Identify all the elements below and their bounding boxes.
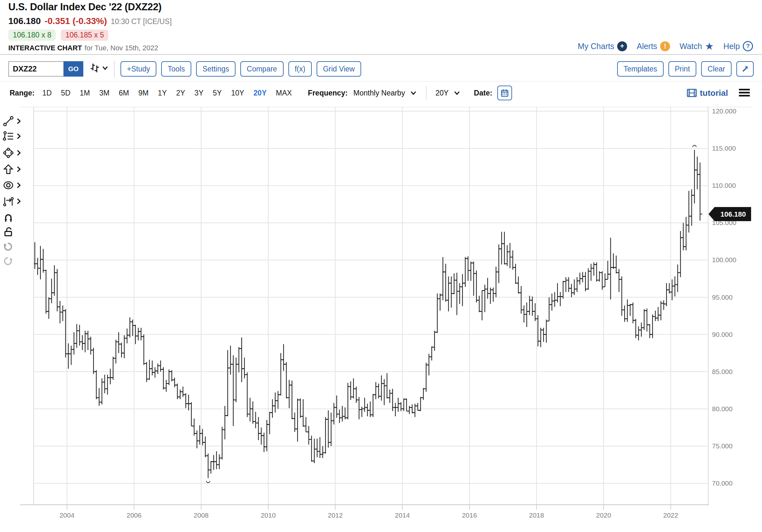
print-button[interactable]: Print [668,61,696,77]
svg-text:120.000: 120.000 [712,107,736,115]
grid-view-button[interactable]: Grid View [317,61,361,77]
range-divider [426,86,426,100]
frequency-label: Frequency: [308,89,348,98]
help-link[interactable]: Help ? [724,41,753,51]
tutorial-link[interactable]: tutorial [687,88,728,98]
svg-text:2004: 2004 [60,511,75,519]
svg-text:95.000: 95.000 [712,294,732,301]
range-bar: Range: 1D5D1M3M6M9M1Y2Y3Y5Y10Y20YMAX Fre… [0,83,762,103]
expand-button[interactable] [736,61,754,77]
toolbar-right-buttons: TemplatesPrintClear [617,61,731,77]
last-price-flag: 106.180 [709,207,751,221]
menu-button[interactable] [738,88,750,98]
watch-label: Watch [680,42,702,51]
undo-icon [3,241,14,252]
question-icon: ? [743,41,753,51]
unlock-tool[interactable] [3,226,24,238]
symbol-search-group: GO [8,61,83,77]
chevron-right-icon [17,150,21,156]
chevron-down-icon [102,65,108,70]
frequency-value: Monthly Nearby [353,89,405,98]
plus-circle-icon: + [617,41,627,51]
range-option-3m[interactable]: 3M [99,89,110,98]
magnet-tool[interactable] [3,212,24,224]
range-option-1d[interactable]: 1D [42,89,51,98]
frequency-select[interactable]: Monthly Nearby [353,89,417,98]
symbol-input[interactable] [8,61,63,77]
clear-button[interactable]: Clear [701,61,731,77]
chevron-down-icon [410,90,417,96]
ask-quote: 106.185 x 5 [61,30,108,41]
header-links: My Charts + Alerts ! Watch ★ Help ? [578,41,753,51]
settings-button[interactable]: Settings [196,61,236,77]
date-label: Date: [474,89,493,98]
svg-text:110.000: 110.000 [712,182,736,189]
period-select[interactable]: 20Y [435,89,460,98]
chart-toolbar: GO +StudyToolsSettingsComparef(x)Grid Vi… [0,58,762,79]
svg-text:80.000: 80.000 [712,405,732,413]
shapes-tool[interactable] [3,147,24,159]
templates-button[interactable]: Templates [617,61,664,77]
svg-text:115.000: 115.000 [712,145,736,152]
annotation-list-tool[interactable] [3,130,24,142]
divider [0,54,762,55]
grid [20,107,752,509]
tools-button[interactable]: Tools [161,61,191,77]
section-label: INTERACTIVE CHART [8,44,82,52]
trendline-tool[interactable] [3,115,24,127]
range-option-20y[interactable]: 20Y [254,89,267,98]
go-button[interactable]: GO [63,61,83,77]
undo-button[interactable] [3,241,24,252]
unlock-icon [3,226,14,238]
svg-text:2018: 2018 [529,511,544,519]
help-label: Help [724,42,740,51]
svg-text:2020: 2020 [596,511,611,519]
f-x-button[interactable]: f(x) [288,61,312,77]
watch-link[interactable]: Watch ★ [680,41,714,51]
film-icon [687,89,697,98]
range-option-10y[interactable]: 10Y [231,89,244,98]
bid-ask-row: 106.180 x 8 106.185 x 5 [8,30,108,41]
svg-text:2008: 2008 [193,511,209,519]
toolbar-buttons: +StudyToolsSettingsComparef(x)Grid View [120,61,361,77]
tutorial-label: tutorial [700,88,728,98]
redo-button[interactable] [3,256,24,266]
chevron-right-icon [17,182,21,189]
range-option-5y[interactable]: 5Y [213,89,222,98]
quote-row: 106.180 -0.351 (-0.33%) 10:30 CT [ICE/US… [8,16,172,26]
range-label: Range: [10,89,35,98]
svg-text:85.000: 85.000 [712,368,732,375]
calendar-button[interactable] [497,86,512,100]
range-option-max[interactable]: MAX [276,89,292,98]
chart-type-button[interactable] [89,62,108,74]
range-option-9m[interactable]: 9M [138,89,149,98]
x-axis-labels: 2004200620082010201220142016201820202022 [60,511,678,519]
measure-tool[interactable] [3,195,24,207]
chevron-right-icon [17,198,21,204]
redo-icon [3,256,14,266]
alerts-link[interactable]: Alerts ! [637,41,670,51]
range-option-2y[interactable]: 2Y [176,89,185,98]
compare-button[interactable]: Compare [240,61,283,77]
range-option-1y[interactable]: 1Y [158,89,167,98]
price-chart[interactable]: 120.000115.000110.000105.000100.00095.00… [0,103,762,532]
section-label-row: INTERACTIVE CHARTfor Tue, Nov 15th, 2022 [8,44,158,52]
period-value: 20Y [435,89,449,98]
ellipse-tool[interactable] [3,180,24,191]
last-price: 106.180 [8,16,41,26]
my-charts-label: My Charts [578,42,614,51]
bid-quote: 106.180 x 8 [8,30,56,41]
divider [0,81,762,81]
range-option-3y[interactable]: 3Y [194,89,203,98]
range-option-6m[interactable]: 6M [119,89,129,98]
range-option-1m[interactable]: 1M [80,89,90,98]
range-option-5d[interactable]: 5D [61,89,70,98]
my-charts-link[interactable]: My Charts + [578,41,627,51]
chevron-right-icon [17,166,21,173]
study-button[interactable]: +Study [120,61,156,77]
ellipse-icon [3,180,14,191]
page-title: U.S. Dollar Index Dec '22 (DXZ22) [8,1,162,13]
arrow-tool[interactable] [3,163,24,175]
range-options: 1D5D1M3M6M9M1Y2Y3Y5Y10Y20YMAX [42,89,292,98]
chevron-right-icon [17,133,21,139]
